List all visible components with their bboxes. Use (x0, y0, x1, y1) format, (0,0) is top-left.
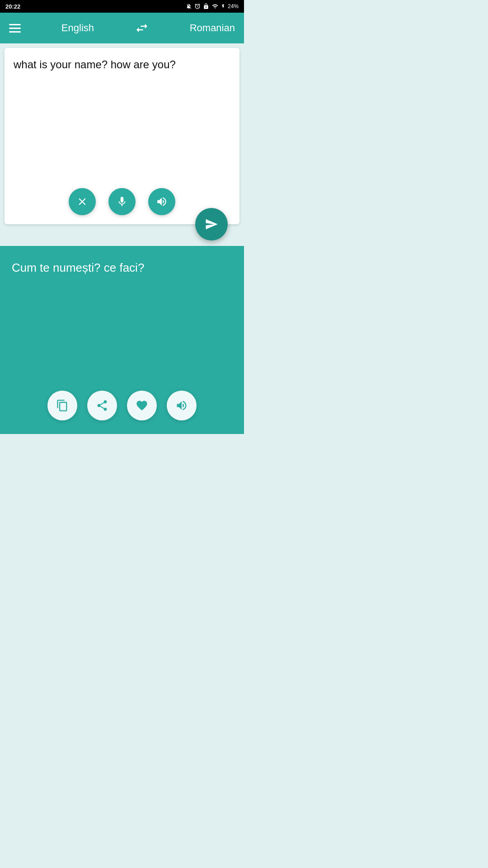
swap-languages-button[interactable] (135, 21, 149, 35)
status-icons: 24% (186, 3, 239, 9)
heart-icon (136, 399, 148, 412)
microphone-button[interactable] (108, 188, 136, 215)
toolbar: English Romanian (0, 13, 244, 43)
source-language[interactable]: English (61, 22, 94, 34)
main-content: what is your name? how are you? (0, 43, 244, 434)
favorite-button[interactable] (127, 391, 157, 420)
alarm-icon (194, 3, 201, 9)
close-icon (76, 196, 88, 208)
copy-icon (56, 399, 69, 412)
translate-button[interactable] (195, 208, 228, 241)
hamburger-menu[interactable] (9, 24, 21, 33)
volume-up-icon (175, 399, 188, 412)
time: 20:22 (5, 3, 20, 10)
output-actions (12, 383, 232, 425)
tts-button[interactable] (167, 391, 197, 420)
output-panel: Cum te numești? ce faci? (0, 246, 244, 434)
volume-icon (156, 196, 168, 208)
lock-icon (203, 3, 209, 9)
swap-icon (135, 21, 149, 35)
send-icon (205, 217, 218, 231)
input-panel: what is your name? how are you? (5, 48, 239, 224)
target-language[interactable]: Romanian (190, 22, 235, 34)
clear-button[interactable] (69, 188, 96, 215)
signal-icon (211, 3, 219, 9)
output-text: Cum te numești? ce faci? (12, 259, 232, 383)
charging-icon (221, 3, 225, 9)
battery-text: 24% (228, 3, 239, 9)
speaker-button[interactable] (148, 188, 175, 215)
copy-button[interactable] (47, 391, 77, 420)
notification-icon (186, 3, 192, 9)
status-bar: 20:22 24% (0, 0, 244, 13)
share-icon (96, 399, 108, 412)
input-text[interactable]: what is your name? how are you? (14, 57, 230, 181)
share-button[interactable] (87, 391, 117, 420)
microphone-icon (116, 196, 128, 208)
